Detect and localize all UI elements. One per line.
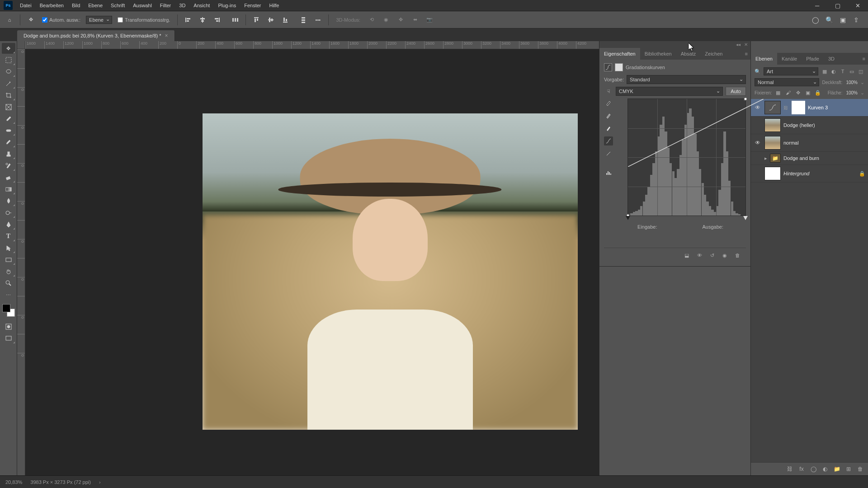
minimize-button[interactable]: ─ [807,0,827,11]
align-center-v-icon[interactable] [265,14,277,26]
menu-select[interactable]: Auswahl [129,1,156,10]
group-thumb[interactable]: 📁 [770,154,781,163]
edit-toolbar-icon[interactable]: ⋯ [2,290,15,300]
layer-row[interactable]: 👁 normal [751,134,868,152]
more-align-icon[interactable]: ••• [312,14,324,26]
lock-all-icon[interactable]: 🔒 [814,89,821,96]
screen-mode-icon[interactable] [2,333,15,344]
cloud-docs-icon[interactable]: ◯ [811,15,820,24]
layer-name[interactable]: Dodge (heller) [783,122,815,128]
path-select-tool[interactable] [2,243,15,253]
align-center-h-icon[interactable] [197,14,208,26]
link-icon[interactable]: ⛓ [783,105,789,110]
align-bottom-icon[interactable] [279,14,291,26]
magic-wand-tool[interactable] [2,78,15,89]
lock-icon[interactable]: 🔒 [859,171,865,177]
menu-window[interactable]: Fenster [241,1,264,10]
eraser-tool[interactable] [2,172,15,183]
collapse-panel-icon[interactable]: ◂◂ [736,42,741,47]
eyedropper-tool[interactable] [2,113,15,124]
ruler-origin[interactable] [17,41,25,49]
filter-pixel-icon[interactable]: ▦ [821,68,828,75]
add-mask-icon[interactable]: ◯ [809,465,817,473]
quick-mask-icon[interactable] [2,321,15,332]
menu-help[interactable]: Hilfe [265,1,283,10]
toggle-visibility-icon[interactable]: 👁 [695,252,703,259]
canvas-image[interactable] [203,113,578,430]
dodge-tool[interactable] [2,207,15,218]
search-icon[interactable]: 🔍 [825,15,834,24]
blur-tool[interactable] [2,196,15,206]
new-layer-icon[interactable]: ⊞ [844,465,853,473]
delete-adjustment-icon[interactable]: 🗑 [733,252,741,259]
transform-controls-check[interactable]: Transformationsstrg. [115,17,173,23]
layer-row[interactable]: ▸ 📁 Dodge and burn [751,152,868,165]
layer-name[interactable]: Kurven 3 [808,105,828,110]
layers-panel-menu-icon[interactable]: ≡ [863,56,865,61]
layer-row[interactable]: Dodge (heller) [751,117,868,134]
close-button[interactable]: ✕ [848,0,868,11]
align-top-icon[interactable] [250,14,262,26]
move-tool-icon[interactable]: ✥ [25,14,37,26]
draw-curve-icon[interactable] [604,149,613,158]
new-adjustment-icon[interactable]: ◐ [821,465,829,473]
layer-name[interactable]: Dodge and burn [783,155,819,161]
hand-tool[interactable] [2,266,15,277]
layer-thumb[interactable] [764,118,781,132]
filter-shape-icon[interactable]: ▭ [848,68,855,75]
filter-type-icon[interactable]: T [839,68,846,75]
healing-tool[interactable] [2,125,15,136]
workspace-icon[interactable]: ▣ [838,15,847,24]
menu-filter[interactable]: Filter [156,1,175,10]
group-expand-icon[interactable]: ▸ [764,155,767,161]
lock-artboard-icon[interactable]: ▣ [804,89,811,96]
crop-tool[interactable] [2,90,15,101]
layer-name[interactable]: Hintergrund [783,171,809,176]
type-tool[interactable]: T [2,231,15,242]
sample-black-icon[interactable] [604,99,613,108]
filter-smart-icon[interactable]: ◫ [857,68,864,75]
layer-name[interactable]: normal [783,140,799,145]
clip-to-layer-icon[interactable]: ⬓ [683,252,691,259]
filter-search-icon[interactable]: 🔍 [755,69,761,75]
document-tab[interactable]: Dodge and burn.psdc bei 20,8% (Kurven 3,… [17,30,175,41]
black-point-slider[interactable] [626,216,630,220]
rectangle-tool[interactable] [2,254,15,265]
white-point-slider[interactable] [743,216,748,220]
menu-file[interactable]: Datei [16,1,35,10]
menu-layer[interactable]: Ebene [85,1,106,10]
menu-view[interactable]: Ansicht [190,1,213,10]
lock-pixels-icon[interactable]: 🖌 [784,89,792,96]
menu-plugins[interactable]: Plug-ins [214,1,240,10]
lock-position-icon[interactable]: ✥ [794,89,802,96]
auto-select-check[interactable]: Autom. ausw.: [39,17,83,23]
auto-button[interactable]: Auto [726,87,746,96]
tab-paragraph[interactable]: Absatz [676,48,701,60]
filter-adjust-icon[interactable]: ◐ [830,68,837,75]
tab-channels[interactable]: Kanäle [777,53,802,65]
maximize-button[interactable]: ▢ [827,0,848,11]
move-tool[interactable]: ✥ [2,43,15,54]
close-panel-icon[interactable]: ✕ [744,42,748,47]
marquee-tool[interactable] [2,55,15,66]
edit-points-icon[interactable] [604,136,613,145]
histogram-toggle-icon[interactable] [604,168,613,177]
gradient-tool[interactable] [2,184,15,195]
tab-properties[interactable]: Eigenschaften [599,48,640,60]
target-adjust-icon[interactable]: ☟ [604,87,613,96]
delete-layer-icon[interactable]: 🗑 [856,465,864,473]
new-group-icon[interactable]: 📁 [833,465,841,473]
layer-row[interactable]: 👁 ⛓ Kurven 3 [751,99,868,117]
curve-point-highlight[interactable] [744,98,747,101]
canvas-area[interactable]: 1600140012001000800600400200020040060080… [17,41,599,475]
layer-row[interactable]: Hintergrund 🔒 [751,165,868,183]
blend-mode-select[interactable]: Normal [755,78,819,86]
auto-select-checkbox[interactable] [42,17,47,23]
foreground-color[interactable] [2,304,10,312]
stamp-tool[interactable] [2,149,15,160]
distribute-h-icon[interactable] [229,14,241,26]
tab-libraries[interactable]: Bibliotheken [640,48,676,60]
sample-white-icon[interactable] [604,124,613,133]
layer-thumb[interactable] [764,167,781,180]
channel-select[interactable]: CMYK [616,87,723,96]
